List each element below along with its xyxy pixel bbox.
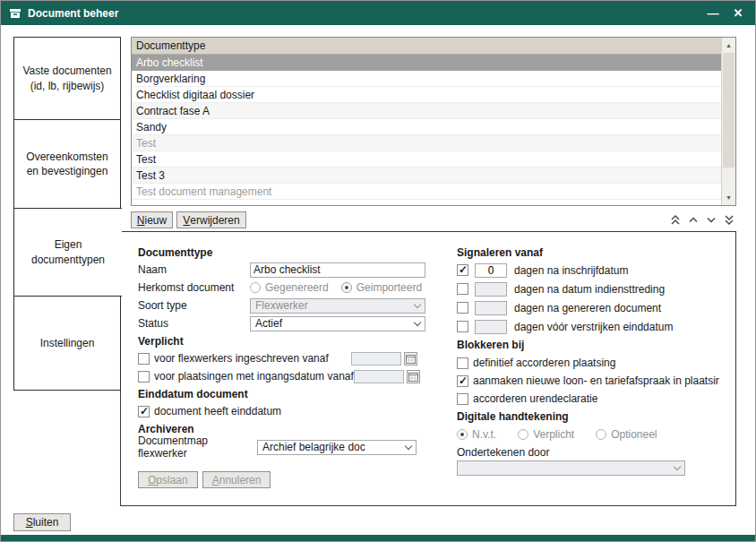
list-item-label: Sandy: [136, 121, 167, 133]
list-item-label: Test 3: [136, 169, 165, 182]
list-item[interactable]: Checklist digitaal dossier: [132, 87, 721, 103]
tab-instellingen[interactable]: Instellingen: [13, 296, 121, 391]
plaatsingen-date-input[interactable]: [354, 370, 404, 383]
list-item-label: Checklist digitaal dossier: [136, 89, 254, 101]
signaleren-row: dagen na genereren document: [457, 298, 727, 317]
radio-geimporteerd[interactable]: [341, 282, 352, 293]
blokkeren-row: aanmaken nieuwe loon- en tariefafspraak …: [457, 372, 727, 390]
titlebar: Document beheer — ✕: [1, 1, 755, 25]
signaleren-label: dagen na genereren document: [514, 302, 661, 314]
section-handtekening: Digitale handtekening: [457, 408, 727, 425]
verplicht-flexwerkers-checkbox[interactable]: [138, 353, 150, 365]
soort-type-select[interactable]: Flexwerker: [250, 298, 425, 314]
verplicht-plaatsingen-checkbox[interactable]: [138, 371, 150, 383]
section-verplicht: Verplicht: [138, 332, 435, 349]
chevron-down-icon: [414, 300, 421, 307]
save-button[interactable]: Opslaan: [138, 471, 198, 488]
signaleren-inschrijfdatum-checkbox[interactable]: [457, 264, 468, 276]
signaleren-indiensttreding-checkbox[interactable]: [457, 283, 468, 295]
sidebar-tabs: Vaste documenten (id, lb, rijbewijs) Ove…: [13, 37, 121, 391]
move-bottom-icon[interactable]: [722, 213, 736, 226]
radio-optioneel[interactable]: [596, 429, 606, 440]
section-documenttype: Documenttype: [138, 244, 435, 261]
status-select[interactable]: Actief: [250, 316, 425, 331]
documents-icon: [9, 8, 21, 19]
window-controls: — ✕: [704, 5, 747, 22]
signaleren-label: dagen na inschrijfdatum: [514, 264, 628, 277]
list-item[interactable]: Test document management: [132, 184, 721, 200]
calendar-icon[interactable]: [404, 352, 417, 366]
verplicht-flexwerkers-row: voor flexwerkers ingeschreven vanaf: [138, 349, 417, 367]
naam-input[interactable]: [250, 262, 425, 278]
tab-vaste-documenten[interactable]: Vaste documenten (id, lb, rijbewijs): [13, 37, 121, 120]
signaleren-label: dagen na datum indiensttreding: [514, 283, 665, 296]
signaleren-label: dagen vóór verstrijken einddatum: [514, 321, 673, 333]
new-button[interactable]: Nieuw: [131, 211, 173, 228]
list-item[interactable]: Borgverklaring: [132, 71, 721, 87]
list-item[interactable]: Contract fase A: [132, 103, 721, 119]
minimize-button[interactable]: —: [704, 5, 722, 22]
close-icon[interactable]: ✕: [729, 5, 747, 22]
einddatum-label: document heeft einddatum: [154, 405, 281, 417]
section-einddatum: Einddatum document: [138, 385, 435, 402]
scroll-down-icon[interactable]: ▼: [722, 191, 735, 204]
list-item[interactable]: Test: [132, 135, 721, 151]
blokkeren-label: accorderen urendeclaratie: [473, 392, 597, 405]
radio-gegenereerd-label: Gegenereerd: [265, 281, 329, 294]
flexwerkers-date-input[interactable]: [351, 352, 401, 366]
einddatum-checkbox[interactable]: [138, 406, 150, 417]
documenttype-list: Documenttype Arbo checklist Borgverklari…: [131, 37, 736, 206]
section-signaleren: Signaleren vanaf: [457, 244, 727, 261]
chevron-down-icon: [674, 463, 681, 470]
documentmap-select[interactable]: Archief belagrijke doc: [257, 440, 417, 455]
signaleren-row: dagen na inschrijfdatum: [457, 261, 727, 280]
move-down-icon[interactable]: [704, 213, 718, 226]
list-item[interactable]: Sandy: [132, 119, 721, 135]
radio-nvt[interactable]: [457, 429, 468, 440]
blokkeren-urendeclaratie-checkbox[interactable]: [457, 393, 468, 405]
calendar-icon[interactable]: [407, 370, 420, 383]
tab-eigen-documenttypen[interactable]: Eigen documenttypen: [13, 208, 122, 297]
scrollbar-thumb[interactable]: [723, 53, 735, 168]
handtekening-options: N.v.t. Verplicht Optioneel: [457, 425, 727, 443]
ondertekenen-select[interactable]: [457, 460, 685, 476]
radio-verplicht[interactable]: [518, 429, 528, 440]
window-title: Document beheer: [28, 7, 118, 20]
inschrijfdatum-days-input[interactable]: [475, 263, 507, 278]
signaleren-row: dagen vóór verstrijken einddatum: [457, 317, 727, 336]
documentmap-label: Documentmap flexwerker: [138, 434, 257, 460]
tab-overeenkomsten[interactable]: Overeenkomsten en bevestigingen: [13, 119, 121, 209]
list-item[interactable]: Arbo checklist: [132, 55, 721, 71]
scroll-up-icon[interactable]: ▲: [722, 39, 735, 52]
genereren-days-input[interactable]: [475, 301, 507, 315]
herkomst-label: Herkomst document: [138, 281, 250, 294]
naam-row: Naam: [138, 261, 435, 279]
list-item[interactable]: Test 3: [132, 168, 721, 184]
form-right-column: Signaleren vanaf dagen na inschrijfdatum…: [457, 244, 727, 476]
verplicht-flexwerkers-label: voor flexwerkers ingeschreven vanaf: [154, 352, 329, 365]
radio-gegenereerd[interactable]: [250, 282, 261, 293]
blokkeren-label: aanmaken nieuwe loon- en tariefafspraak …: [473, 374, 719, 387]
einddatum-days-input[interactable]: [475, 320, 507, 334]
cancel-button[interactable]: Annuleren: [202, 471, 271, 488]
blokkeren-row: accorderen urendeclaratie: [457, 390, 727, 408]
reorder-buttons: [668, 213, 736, 226]
verplicht-plaatsingen-label: voor plaatsingen met ingangsdatum vanaf: [154, 370, 354, 383]
blokkeren-plaatsing-checkbox[interactable]: [457, 357, 468, 369]
radio-verplicht-label: Verplicht: [533, 428, 574, 441]
signaleren-einddatum-checkbox[interactable]: [457, 321, 468, 332]
list-item[interactable]: Test: [132, 151, 721, 168]
delete-button[interactable]: Verwijderen: [176, 211, 246, 228]
list-scrollbar[interactable]: ▲ ▼: [721, 38, 735, 205]
close-button[interactable]: Sluiten: [13, 513, 71, 531]
move-up-icon[interactable]: [686, 213, 700, 226]
status-label: Status: [138, 317, 250, 330]
radio-nvt-label: N.v.t.: [472, 428, 496, 441]
signaleren-genereren-checkbox[interactable]: [457, 302, 468, 314]
blokkeren-tariefafspraak-checkbox[interactable]: [457, 375, 468, 387]
blokkeren-row: definitief accorderen plaatsing: [457, 354, 727, 372]
ondertekenen-label: Ondertekenen door: [457, 443, 727, 460]
move-top-icon[interactable]: [668, 213, 683, 226]
chevron-down-icon: [405, 442, 412, 449]
indiensttreding-days-input[interactable]: [475, 282, 507, 297]
